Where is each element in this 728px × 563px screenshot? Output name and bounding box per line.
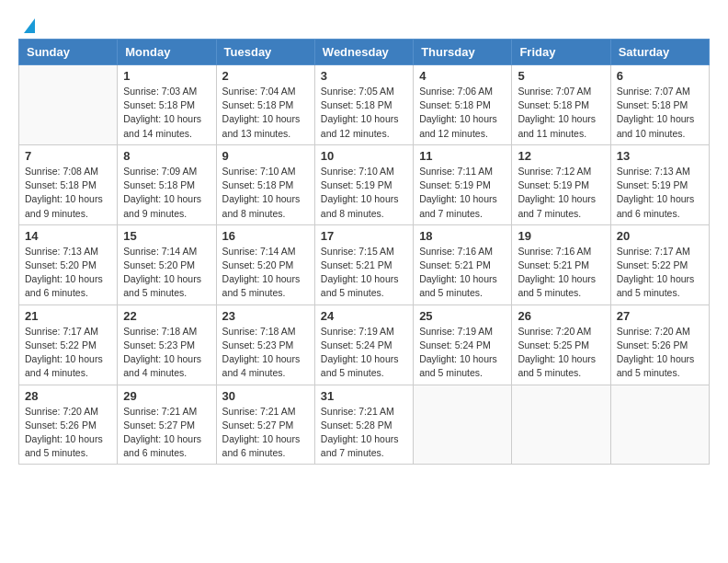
calendar-cell: [610, 385, 709, 465]
day-info: Sunrise: 7:09 AMSunset: 5:18 PMDaylight:…: [123, 165, 210, 221]
day-info: Sunrise: 7:16 AMSunset: 5:21 PMDaylight:…: [419, 245, 506, 301]
day-number: 22: [123, 309, 210, 323]
day-info: Sunrise: 7:21 AMSunset: 5:28 PMDaylight:…: [321, 405, 407, 461]
calendar-week-row: 21Sunrise: 7:17 AMSunset: 5:22 PMDayligh…: [19, 304, 710, 385]
day-number: 30: [222, 389, 309, 403]
day-info: Sunrise: 7:20 AMSunset: 5:26 PMDaylight:…: [25, 405, 111, 461]
calendar-cell: 25Sunrise: 7:19 AMSunset: 5:24 PMDayligh…: [414, 304, 512, 385]
day-number: 17: [321, 229, 407, 243]
calendar-cell: 11Sunrise: 7:11 AMSunset: 5:19 PMDayligh…: [414, 144, 512, 224]
calendar-cell: 15Sunrise: 7:14 AMSunset: 5:20 PMDayligh…: [118, 224, 216, 304]
calendar-cell: 7Sunrise: 7:08 AMSunset: 5:18 PMDaylight…: [19, 144, 118, 224]
day-info: Sunrise: 7:15 AMSunset: 5:21 PMDaylight:…: [321, 245, 407, 301]
day-number: 1: [123, 69, 210, 83]
day-info: Sunrise: 7:20 AMSunset: 5:25 PMDaylight:…: [518, 325, 604, 381]
calendar-cell: 16Sunrise: 7:14 AMSunset: 5:20 PMDayligh…: [216, 224, 314, 304]
day-number: 19: [518, 229, 604, 243]
calendar-cell: 6Sunrise: 7:07 AMSunset: 5:18 PMDaylight…: [610, 65, 709, 145]
calendar-cell: 1Sunrise: 7:03 AMSunset: 5:18 PMDaylight…: [118, 65, 216, 145]
day-info: Sunrise: 7:11 AMSunset: 5:19 PMDaylight:…: [419, 165, 506, 221]
calendar-cell: 13Sunrise: 7:13 AMSunset: 5:19 PMDayligh…: [610, 144, 709, 224]
day-info: Sunrise: 7:06 AMSunset: 5:18 PMDaylight:…: [419, 85, 506, 141]
day-of-week-header: Saturday: [610, 40, 709, 65]
day-of-week-header: Tuesday: [216, 40, 314, 65]
day-number: 25: [419, 309, 506, 323]
day-info: Sunrise: 7:10 AMSunset: 5:18 PMDaylight:…: [222, 165, 309, 221]
day-number: 4: [419, 69, 506, 83]
day-info: Sunrise: 7:13 AMSunset: 5:20 PMDaylight:…: [25, 245, 111, 301]
day-info: Sunrise: 7:14 AMSunset: 5:20 PMDaylight:…: [222, 245, 309, 301]
day-info: Sunrise: 7:03 AMSunset: 5:18 PMDaylight:…: [123, 85, 210, 141]
day-info: Sunrise: 7:14 AMSunset: 5:20 PMDaylight:…: [123, 245, 210, 301]
calendar-cell: 29Sunrise: 7:21 AMSunset: 5:27 PMDayligh…: [118, 385, 216, 465]
calendar-cell: 28Sunrise: 7:20 AMSunset: 5:26 PMDayligh…: [19, 385, 118, 465]
calendar-cell: 21Sunrise: 7:17 AMSunset: 5:22 PMDayligh…: [19, 304, 118, 385]
calendar-cell: 8Sunrise: 7:09 AMSunset: 5:18 PMDaylight…: [118, 144, 216, 224]
day-number: 9: [222, 149, 309, 163]
day-number: 18: [419, 229, 506, 243]
day-of-week-header: Wednesday: [314, 40, 413, 65]
page-header: [18, 18, 710, 29]
day-info: Sunrise: 7:19 AMSunset: 5:24 PMDaylight:…: [321, 325, 407, 381]
calendar-cell: 24Sunrise: 7:19 AMSunset: 5:24 PMDayligh…: [314, 304, 413, 385]
calendar-cell: 31Sunrise: 7:21 AMSunset: 5:28 PMDayligh…: [314, 385, 413, 465]
day-number: 12: [518, 149, 604, 163]
day-info: Sunrise: 7:16 AMSunset: 5:21 PMDaylight:…: [518, 245, 604, 301]
calendar-table: SundayMondayTuesdayWednesdayThursdayFrid…: [18, 39, 710, 465]
day-info: Sunrise: 7:10 AMSunset: 5:19 PMDaylight:…: [321, 165, 407, 221]
day-number: 29: [123, 389, 210, 403]
day-of-week-header: Monday: [118, 40, 216, 65]
calendar-cell: 26Sunrise: 7:20 AMSunset: 5:25 PMDayligh…: [512, 304, 610, 385]
day-info: Sunrise: 7:17 AMSunset: 5:22 PMDaylight:…: [25, 325, 111, 381]
day-info: Sunrise: 7:20 AMSunset: 5:26 PMDaylight:…: [617, 325, 703, 381]
day-number: 23: [222, 309, 309, 323]
calendar-cell: 22Sunrise: 7:18 AMSunset: 5:23 PMDayligh…: [118, 304, 216, 385]
day-number: 31: [321, 389, 407, 403]
calendar-cell: 20Sunrise: 7:17 AMSunset: 5:22 PMDayligh…: [610, 224, 709, 304]
day-info: Sunrise: 7:07 AMSunset: 5:18 PMDaylight:…: [518, 85, 604, 141]
calendar-cell: 14Sunrise: 7:13 AMSunset: 5:20 PMDayligh…: [19, 224, 118, 304]
day-of-week-header: Friday: [512, 40, 610, 65]
calendar-cell: [512, 385, 610, 465]
day-number: 5: [518, 69, 604, 83]
day-info: Sunrise: 7:21 AMSunset: 5:27 PMDaylight:…: [222, 405, 309, 461]
day-number: 8: [123, 149, 210, 163]
logo-triangle-icon: [24, 18, 35, 33]
day-info: Sunrise: 7:05 AMSunset: 5:18 PMDaylight:…: [321, 85, 407, 141]
day-number: 3: [321, 69, 407, 83]
calendar-cell: 27Sunrise: 7:20 AMSunset: 5:26 PMDayligh…: [610, 304, 709, 385]
calendar-week-row: 28Sunrise: 7:20 AMSunset: 5:26 PMDayligh…: [19, 385, 710, 465]
day-number: 24: [321, 309, 407, 323]
calendar-header-row: SundayMondayTuesdayWednesdayThursdayFrid…: [19, 40, 710, 65]
day-info: Sunrise: 7:12 AMSunset: 5:19 PMDaylight:…: [518, 165, 604, 221]
day-of-week-header: Sunday: [19, 40, 118, 65]
day-number: 6: [617, 69, 703, 83]
calendar-cell: 10Sunrise: 7:10 AMSunset: 5:19 PMDayligh…: [314, 144, 413, 224]
day-number: 13: [617, 149, 703, 163]
logo: [18, 18, 35, 29]
day-info: Sunrise: 7:13 AMSunset: 5:19 PMDaylight:…: [617, 165, 703, 221]
calendar-week-row: 1Sunrise: 7:03 AMSunset: 5:18 PMDaylight…: [19, 65, 710, 145]
day-number: 20: [617, 229, 703, 243]
calendar-cell: 2Sunrise: 7:04 AMSunset: 5:18 PMDaylight…: [216, 65, 314, 145]
calendar-cell: 4Sunrise: 7:06 AMSunset: 5:18 PMDaylight…: [414, 65, 512, 145]
calendar-cell: 12Sunrise: 7:12 AMSunset: 5:19 PMDayligh…: [512, 144, 610, 224]
day-number: 21: [25, 309, 111, 323]
calendar-cell: 19Sunrise: 7:16 AMSunset: 5:21 PMDayligh…: [512, 224, 610, 304]
day-number: 28: [25, 389, 111, 403]
calendar-cell: [19, 65, 118, 145]
calendar-cell: 30Sunrise: 7:21 AMSunset: 5:27 PMDayligh…: [216, 385, 314, 465]
day-number: 26: [518, 309, 604, 323]
day-number: 16: [222, 229, 309, 243]
day-info: Sunrise: 7:07 AMSunset: 5:18 PMDaylight:…: [617, 85, 703, 141]
day-info: Sunrise: 7:04 AMSunset: 5:18 PMDaylight:…: [222, 85, 309, 141]
day-of-week-header: Thursday: [414, 40, 512, 65]
calendar-cell: 3Sunrise: 7:05 AMSunset: 5:18 PMDaylight…: [314, 65, 413, 145]
day-info: Sunrise: 7:17 AMSunset: 5:22 PMDaylight:…: [617, 245, 703, 301]
day-number: 27: [617, 309, 703, 323]
calendar-cell: 9Sunrise: 7:10 AMSunset: 5:18 PMDaylight…: [216, 144, 314, 224]
calendar-cell: [414, 385, 512, 465]
day-info: Sunrise: 7:08 AMSunset: 5:18 PMDaylight:…: [25, 165, 111, 221]
calendar-cell: 17Sunrise: 7:15 AMSunset: 5:21 PMDayligh…: [314, 224, 413, 304]
day-info: Sunrise: 7:18 AMSunset: 5:23 PMDaylight:…: [123, 325, 210, 381]
